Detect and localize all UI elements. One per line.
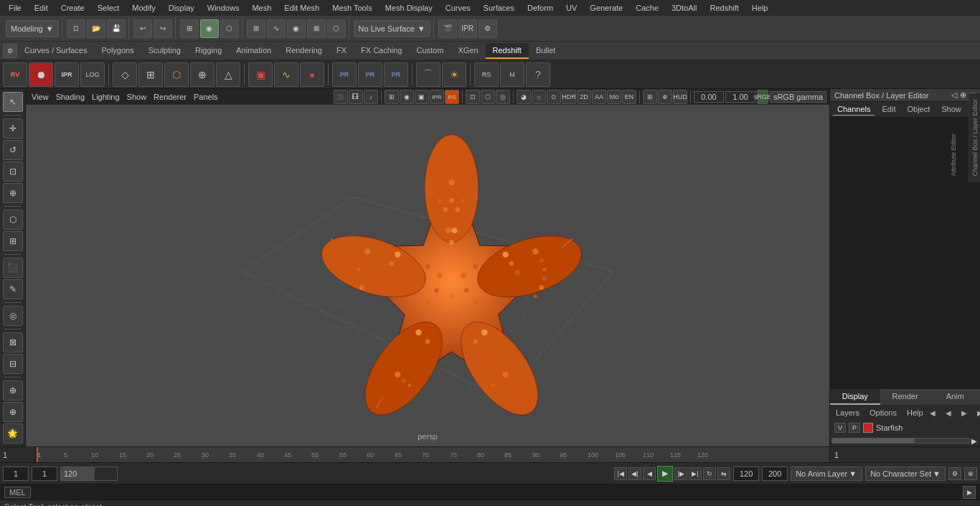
menu-edit[interactable]: Edit bbox=[29, 2, 54, 14]
soft-mod-tool-btn[interactable]: ⬡ bbox=[3, 210, 23, 230]
menu-file[interactable]: File bbox=[3, 2, 27, 14]
shelf-icon-cone[interactable]: △ bbox=[216, 62, 240, 87]
viewport-panels-menu[interactable]: Panels bbox=[191, 92, 221, 102]
vp-wireframe-btn[interactable]: ⊞ bbox=[385, 90, 399, 104]
snap-view-btn[interactable]: ⊠ bbox=[307, 19, 326, 38]
render-btn[interactable]: 🎬 bbox=[438, 19, 457, 38]
layer-scrollbar-thumb[interactable] bbox=[832, 439, 915, 443]
layer-color-swatch[interactable] bbox=[863, 423, 873, 433]
vp-ao-btn[interactable]: ◕ bbox=[517, 90, 531, 104]
extra-tool-3[interactable]: 🌟 bbox=[3, 423, 23, 444]
anim-end-field[interactable] bbox=[762, 467, 788, 481]
playback-range-control[interactable]: 120 bbox=[60, 467, 118, 481]
shelf-tab-bullet[interactable]: Bullet bbox=[529, 43, 563, 59]
extra-tool-2[interactable]: ⊕ bbox=[3, 402, 23, 422]
shelf-tab-rigging[interactable]: Rigging bbox=[188, 43, 229, 59]
vp-camera-btn[interactable]: 🎥 bbox=[334, 90, 348, 104]
no-char-set-dropdown[interactable]: No Character Set ▼ bbox=[865, 467, 946, 481]
viewport-renderer-menu[interactable]: Renderer bbox=[151, 92, 189, 102]
move-tool-btn[interactable]: ✛ bbox=[3, 118, 23, 139]
vp-env-btn[interactable]: EN bbox=[622, 90, 636, 104]
vp-mo-btn[interactable]: Mo bbox=[607, 90, 621, 104]
layer-scroll-right[interactable]: ▶ bbox=[970, 437, 979, 445]
vp-gamma-toggle[interactable]: sRGB bbox=[757, 90, 768, 104]
scale-value-input[interactable] bbox=[725, 91, 755, 103]
shelf-tab-animation[interactable]: Animation bbox=[229, 43, 278, 59]
shelf-icon-ipr[interactable]: IPR bbox=[55, 62, 79, 87]
shelf-icon-geom[interactable]: ◇ bbox=[113, 62, 137, 87]
shelf-icon-sphere[interactable]: ⬡ bbox=[164, 62, 189, 87]
edit-tab[interactable]: Edit bbox=[877, 103, 900, 116]
menu-surfaces[interactable]: Surfaces bbox=[478, 2, 520, 14]
shelf-icon-pr2[interactable]: PR bbox=[358, 62, 382, 87]
menu-modify[interactable]: Modify bbox=[126, 2, 161, 14]
options-subtab[interactable]: Options bbox=[867, 408, 900, 418]
shelf-icon-rs-light[interactable]: RS bbox=[474, 62, 499, 87]
menu-select[interactable]: Select bbox=[92, 2, 126, 14]
range-end-field[interactable] bbox=[733, 467, 759, 481]
menu-uv[interactable]: UV bbox=[560, 2, 583, 14]
layer-arrow-right-btn[interactable]: ▶ bbox=[958, 406, 971, 419]
vp-2d-btn[interactable]: 2D bbox=[577, 90, 591, 104]
shelf-icon-blob[interactable]: ● bbox=[300, 62, 324, 87]
viewport-view-menu[interactable]: View bbox=[29, 92, 52, 102]
shelf-icon-log[interactable]: LOG bbox=[80, 62, 105, 87]
menu-generate[interactable]: Generate bbox=[584, 2, 628, 14]
menu-redshift[interactable]: Redshift bbox=[704, 2, 744, 14]
render-tab[interactable]: Render bbox=[880, 389, 930, 405]
ipr-btn[interactable]: IPR bbox=[458, 19, 477, 38]
vp-texture-btn[interactable]: ▣ bbox=[415, 90, 429, 104]
no-live-surface-dropdown[interactable]: No Live Surface ▼ bbox=[354, 20, 430, 37]
lasso-select-btn[interactable]: ⬛ bbox=[3, 258, 23, 278]
shelf-icon-bowl[interactable]: ⌒ bbox=[416, 62, 440, 87]
shelf-tab-rendering[interactable]: Rendering bbox=[278, 43, 329, 59]
shelf-settings-btn[interactable]: ⚙ bbox=[3, 44, 17, 58]
select-object-btn[interactable]: ◉ bbox=[200, 19, 219, 38]
vp-ipr-btn[interactable]: IPR bbox=[430, 90, 444, 104]
play-back-btn[interactable]: ◀ bbox=[643, 467, 656, 480]
shelf-icon-pr3[interactable]: PR bbox=[384, 62, 408, 87]
help-subtab[interactable]: Help bbox=[904, 408, 926, 418]
vp-iso-btn[interactable]: ⊡ bbox=[466, 90, 480, 104]
shelf-tab-xgen[interactable]: XGen bbox=[451, 43, 485, 59]
snap-curve-btn[interactable]: ∿ bbox=[267, 19, 286, 38]
menu-curves[interactable]: Curves bbox=[440, 2, 476, 14]
go-to-end-btn[interactable]: ▶| bbox=[689, 467, 702, 480]
mel-execute-btn[interactable]: ▶ bbox=[963, 486, 976, 499]
shelf-tab-custom[interactable]: Custom bbox=[410, 43, 451, 59]
layer-arrow-right2-btn[interactable]: ▶ bbox=[974, 406, 980, 419]
vp-audio-btn[interactable]: ♪ bbox=[364, 90, 378, 104]
display-tab[interactable]: Display bbox=[830, 389, 880, 405]
mel-input-field[interactable] bbox=[35, 488, 958, 497]
vp-aa-btn[interactable]: AA bbox=[592, 90, 606, 104]
snap-point-btn[interactable]: ◉ bbox=[287, 19, 306, 38]
shelf-icon-rv[interactable]: RV bbox=[3, 62, 27, 87]
layer-arrow-left-btn[interactable]: ◀ bbox=[926, 406, 939, 419]
anim-settings-btn[interactable]: ⚙ bbox=[948, 467, 961, 480]
step-forward-btn[interactable]: |▶ bbox=[674, 467, 687, 480]
shelf-icon-rs-mat[interactable]: M bbox=[500, 62, 524, 87]
menu-windows[interactable]: Windows bbox=[202, 2, 245, 14]
shelf-icon-wave[interactable]: ∿ bbox=[274, 62, 298, 87]
loop-btn[interactable]: ↻ bbox=[703, 467, 716, 480]
menu-create[interactable]: Create bbox=[55, 2, 90, 14]
paint-select-btn[interactable]: ✎ bbox=[3, 279, 23, 299]
camera-value-input[interactable] bbox=[694, 91, 724, 103]
play-forward-btn[interactable]: ▶ bbox=[657, 466, 673, 482]
menu-mesh-display[interactable]: Mesh Display bbox=[380, 2, 438, 14]
render-settings-btn[interactable]: ⚙ bbox=[479, 19, 497, 38]
viewport-lighting-menu[interactable]: Lighting bbox=[89, 92, 123, 102]
menu-help[interactable]: Help bbox=[746, 2, 774, 14]
menu-mesh[interactable]: Mesh bbox=[246, 2, 277, 14]
shelf-icon-grid[interactable]: ⊞ bbox=[138, 62, 163, 87]
vp-snap-btn[interactable]: ⊕ bbox=[658, 90, 672, 104]
shelf-tab-sculpting[interactable]: Sculpting bbox=[141, 43, 188, 59]
select-component-btn[interactable]: ⬡ bbox=[220, 19, 239, 38]
show-manip-btn[interactable]: ⊞ bbox=[3, 231, 23, 251]
menu-3dtoall[interactable]: 3DtoAll bbox=[666, 2, 702, 14]
shelf-tab-fx-caching[interactable]: FX Caching bbox=[354, 43, 409, 59]
menu-mesh-tools[interactable]: Mesh Tools bbox=[326, 2, 377, 14]
current-frame-field[interactable] bbox=[32, 467, 57, 481]
menu-display[interactable]: Display bbox=[163, 2, 200, 14]
shelf-icon-sun[interactable]: ☀ bbox=[442, 62, 466, 87]
